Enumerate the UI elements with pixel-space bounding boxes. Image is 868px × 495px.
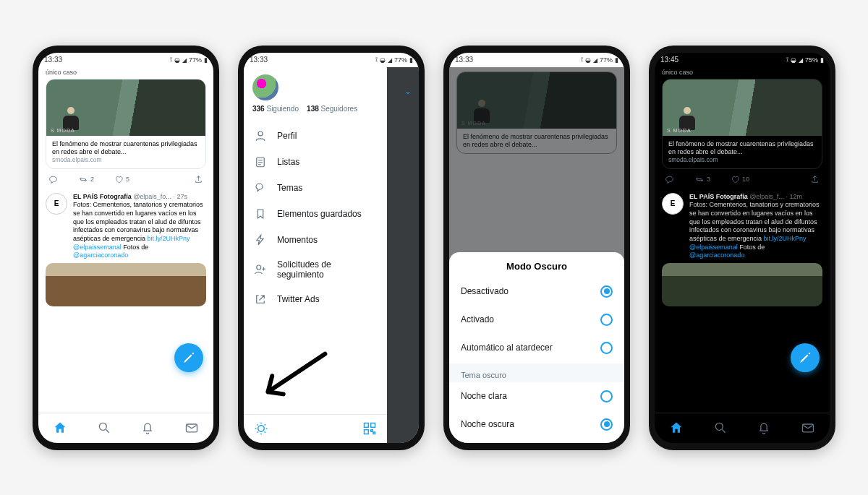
person-add-icon xyxy=(254,263,267,276)
compose-fab[interactable] xyxy=(791,343,820,372)
sheet-subheader: Tema oscuro xyxy=(449,363,624,382)
option-on[interactable]: Activado xyxy=(449,306,624,334)
sheet-title: Modo Oscuro xyxy=(449,261,624,272)
tweet[interactable]: E EL PAÍS Fotografía @elpais_f... · 12m … xyxy=(655,189,830,261)
svg-point-4 xyxy=(257,265,261,270)
messages-tab[interactable] xyxy=(184,421,199,435)
status-time: 13:33 xyxy=(44,56,62,64)
tweet-header: EL PAÍS Fotografía @elpais_f... · 12m xyxy=(689,193,822,202)
tweet-actions: 3 10 xyxy=(655,173,830,189)
avatar[interactable]: E xyxy=(662,193,684,215)
card-headline: El fenómeno de mostrar cuarentenas privi… xyxy=(668,140,816,157)
external-icon xyxy=(254,293,267,306)
reply-icon[interactable] xyxy=(48,175,58,184)
battery-icon: ▮ xyxy=(204,56,208,64)
wifi-icon: ◒ xyxy=(174,56,180,64)
notifications-tab[interactable] xyxy=(757,421,771,435)
phone-drawer: 13:33 ⟟◒77%▮ ⌄ 336 Siguiendo 138 Seguido… xyxy=(238,46,425,450)
share-icon[interactable] xyxy=(194,175,203,184)
tweet-header: EL PAÍS Fotografía @elpais_fo... · 27s xyxy=(73,193,206,202)
option-auto[interactable]: Automático al atardecer xyxy=(449,334,624,362)
theme-dim[interactable]: Noche clara xyxy=(449,382,624,410)
reply-icon[interactable] xyxy=(665,175,674,184)
status-icons: ⟟ ◒ 77% ▮ xyxy=(170,56,208,64)
person-icon xyxy=(254,129,267,142)
svg-rect-7 xyxy=(371,423,375,428)
compose-fab[interactable] xyxy=(174,343,203,372)
nfc-icon: ⟟ xyxy=(170,56,172,64)
home-tab[interactable] xyxy=(669,421,684,435)
search-tab[interactable] xyxy=(713,421,728,435)
card-headline: El fenómeno de mostrar cuarentenas privi… xyxy=(52,140,200,157)
topic-icon xyxy=(254,181,267,194)
share-icon[interactable] xyxy=(810,175,820,184)
card-source: smoda.elpais.com xyxy=(668,156,816,164)
svg-point-0 xyxy=(99,423,106,430)
drawer-item-ads[interactable]: Twitter Ads xyxy=(244,286,387,312)
phone-dark-feed: 13:45 ⟟◒75%▮ único caso S MODA El fenóme… xyxy=(649,46,835,450)
tweet-image[interactable] xyxy=(46,263,206,306)
home-tab[interactable] xyxy=(53,421,67,435)
tweet-actions: 2 5 xyxy=(38,173,213,189)
moments-icon xyxy=(254,233,267,246)
battery-percent: 77% xyxy=(189,56,202,64)
tweet-link[interactable]: bit.ly/2UHkPny xyxy=(148,235,190,242)
status-bar: 13:33 ⟟ ◒ 77% ▮ xyxy=(38,53,213,67)
theme-toggle-icon[interactable] xyxy=(254,421,268,436)
messages-tab[interactable] xyxy=(801,421,815,435)
option-off[interactable]: Desactivado xyxy=(449,277,624,306)
radio-selected-icon xyxy=(600,285,613,298)
status-bar: 13:33 ⟟◒77%▮ xyxy=(449,53,624,67)
svg-point-2 xyxy=(258,132,263,136)
tweet-image[interactable] xyxy=(662,263,822,306)
drawer-item-bookmarks[interactable]: Elementos guardados xyxy=(244,201,387,227)
retweet-button[interactable]: 3 xyxy=(694,175,710,184)
truncated-text: único caso xyxy=(655,67,830,79)
avatar[interactable]: E xyxy=(46,193,67,215)
theme-lights-out[interactable]: Noche oscura xyxy=(449,410,624,439)
status-bar: 13:45 ⟟◒75%▮ xyxy=(655,53,830,67)
feed[interactable]: único caso S MODA El fenómeno de mostrar… xyxy=(655,67,830,413)
tweet-link[interactable]: bit.ly/2UHkPny xyxy=(764,235,807,242)
phone-dark-mode-sheet: 13:33 ⟟◒77%▮ S MODAEl fenómeno de mostra… xyxy=(443,46,630,450)
bottom-nav xyxy=(655,413,830,443)
svg-point-5 xyxy=(258,426,264,431)
card-image: S MODA xyxy=(46,79,205,136)
signal-icon xyxy=(182,56,187,64)
drawer-item-topics[interactable]: Temas xyxy=(244,175,387,201)
card-image: S MODA xyxy=(663,79,822,136)
account-switcher-chevron-icon[interactable]: ⌄ xyxy=(404,86,412,96)
status-bar: 13:33 ⟟◒77%▮ xyxy=(244,53,419,67)
link-card[interactable]: S MODA El fenómeno de mostrar cuarentena… xyxy=(662,79,822,169)
like-button[interactable]: 5 xyxy=(114,175,129,184)
radio-icon xyxy=(600,314,613,326)
bookmark-icon xyxy=(254,207,267,220)
mention[interactable]: @agarciacoronado xyxy=(689,251,744,259)
drawer-item-moments[interactable]: Momentos xyxy=(244,227,387,253)
search-tab[interactable] xyxy=(97,421,111,435)
drawer-side-dim[interactable] xyxy=(387,67,419,443)
card-tag: S MODA xyxy=(51,128,75,133)
drawer-item-profile[interactable]: Perfil xyxy=(244,123,387,149)
link-card[interactable]: S MODA El fenómeno de mostrar cuarentena… xyxy=(46,79,206,169)
like-button[interactable]: 10 xyxy=(731,175,749,184)
mention[interactable]: @agarciacoronado xyxy=(73,251,128,259)
follow-counts: 336 Siguiendo 138 Seguidores xyxy=(244,105,387,120)
drawer-item-follow-requests[interactable]: Solicitudes de seguimiento xyxy=(244,253,387,286)
mention[interactable]: @elpaissemanal xyxy=(73,244,122,251)
radio-selected-icon xyxy=(600,418,613,431)
dark-mode-sheet: Modo Oscuro Desactivado Activado Automát… xyxy=(449,252,624,443)
svg-rect-8 xyxy=(365,430,369,434)
card-source: smoda.elpais.com xyxy=(52,156,200,164)
phone-light-feed: 13:33 ⟟ ◒ 77% ▮ único caso S MODA El fen… xyxy=(33,46,219,450)
retweet-button[interactable]: 2 xyxy=(78,175,94,184)
bottom-nav xyxy=(38,413,213,443)
notifications-tab[interactable] xyxy=(140,421,155,435)
profile-avatar[interactable] xyxy=(252,74,278,100)
tweet[interactable]: E EL PAÍS Fotografía @elpais_fo... · 27s… xyxy=(38,189,213,261)
drawer-item-lists[interactable]: Listas xyxy=(244,149,387,175)
feed[interactable]: único caso S MODA El fenómeno de mostrar… xyxy=(38,67,213,413)
qr-icon[interactable] xyxy=(362,421,377,436)
mention[interactable]: @elpaissemanal xyxy=(689,244,738,251)
svg-rect-6 xyxy=(365,423,369,428)
